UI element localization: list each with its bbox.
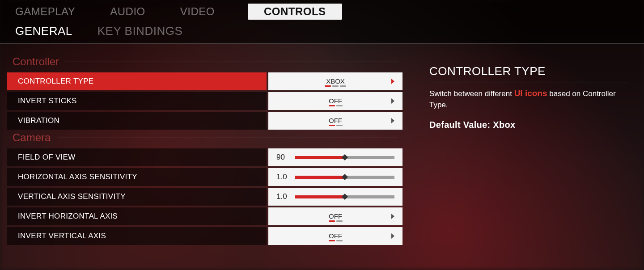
- detail-panel: CONTROLLER TYPE Switch between different…: [402, 55, 644, 267]
- subtab-key-bindings[interactable]: KEY BINDINGS: [97, 24, 182, 38]
- slider-track[interactable]: [295, 195, 394, 198]
- tabs-secondary: GENERALKEY BINDINGS: [0, 20, 644, 44]
- section-title: Camera: [13, 131, 51, 144]
- slider-handle[interactable]: [342, 154, 348, 160]
- tab-controls[interactable]: CONTROLS: [248, 4, 342, 20]
- setting-row-h_sens[interactable]: HORIZONTAL AXIS SENSITIVITY1.0: [7, 168, 402, 186]
- setting-label: INVERT STICKS: [7, 92, 267, 110]
- setting-label: INVERT HORIZONTAL AXIS: [7, 207, 267, 225]
- setting-label: VIBRATION: [7, 112, 267, 130]
- enum-value: OFF: [329, 117, 342, 124]
- chevron-right-icon[interactable]: [391, 79, 394, 84]
- enum-value: OFF: [329, 97, 342, 105]
- setting-row-invert_v[interactable]: INVERT VERTICAL AXISOFF: [7, 227, 402, 245]
- detail-title: CONTROLLER TYPE: [429, 64, 628, 83]
- tab-audio[interactable]: AUDIO: [108, 4, 147, 20]
- slider-track[interactable]: [295, 176, 394, 179]
- slider-value: 1.0: [276, 192, 292, 201]
- enum-selector[interactable]: OFF: [268, 112, 402, 130]
- enum-selector[interactable]: OFF: [268, 92, 402, 110]
- detail-default-value: Default Value: Xbox: [429, 120, 628, 130]
- detail-desc-highlight: UI icons: [514, 89, 547, 98]
- tab-gameplay[interactable]: GAMEPLAY: [13, 4, 77, 20]
- section-divider: [65, 62, 398, 62]
- slider-fill: [295, 176, 345, 179]
- slider[interactable]: 1.0: [268, 168, 402, 186]
- detail-default-value-text: Xbox: [493, 120, 515, 130]
- enum-value: OFF: [329, 212, 342, 220]
- enum-value: XBOX: [326, 77, 345, 85]
- setting-row-vibration[interactable]: VIBRATIONOFF: [7, 112, 402, 130]
- setting-label: CONTROLLER TYPE: [7, 72, 267, 90]
- chevron-right-icon[interactable]: [391, 118, 394, 123]
- slider-fill: [295, 195, 345, 198]
- setting-label: INVERT VERTICAL AXIS: [7, 227, 267, 245]
- subtab-general[interactable]: GENERAL: [15, 24, 72, 38]
- enum-indicator: [329, 125, 343, 126]
- slider-value: 90: [276, 153, 292, 162]
- slider-track[interactable]: [295, 156, 394, 159]
- section-title: Controller: [13, 55, 59, 68]
- enum-indicator: [329, 220, 343, 222]
- enum-selector[interactable]: OFF: [268, 207, 402, 225]
- slider-fill: [295, 156, 345, 159]
- settings-column: ControllerCONTROLLER TYPEXBOXINVERT STIC…: [0, 55, 402, 267]
- enum-indicator: [329, 105, 343, 106]
- tab-video[interactable]: VIDEO: [178, 4, 216, 20]
- chevron-right-icon[interactable]: [391, 214, 394, 219]
- chevron-right-icon[interactable]: [391, 98, 394, 104]
- setting-label: FIELD OF VIEW: [7, 148, 267, 166]
- detail-default-label: Default Value:: [429, 120, 493, 130]
- slider[interactable]: 90: [268, 148, 402, 166]
- enum-selector[interactable]: XBOX: [268, 72, 402, 90]
- section-header-controller: Controller: [7, 55, 402, 72]
- section-divider: [57, 138, 398, 138]
- setting-label: VERTICAL AXIS SENSITIVITY: [7, 188, 267, 206]
- slider-value: 1.0: [276, 173, 292, 181]
- setting-label: HORIZONTAL AXIS SENSITIVITY: [7, 168, 267, 186]
- setting-row-invert_sticks[interactable]: INVERT STICKSOFF: [7, 92, 402, 110]
- setting-row-fov[interactable]: FIELD OF VIEW90: [7, 148, 402, 166]
- enum-indicator: [325, 85, 346, 87]
- setting-row-controller_type[interactable]: CONTROLLER TYPEXBOX: [7, 72, 402, 90]
- setting-row-v_sens[interactable]: VERTICAL AXIS SENSITIVITY1.0: [7, 188, 402, 206]
- slider-handle[interactable]: [342, 194, 348, 200]
- slider[interactable]: 1.0: [268, 188, 402, 206]
- detail-desc-prefix: Switch between different: [429, 89, 514, 98]
- chevron-right-icon[interactable]: [391, 233, 394, 239]
- slider-handle[interactable]: [342, 174, 348, 180]
- detail-description: Switch between different UI icons based …: [429, 88, 628, 110]
- setting-row-invert_h[interactable]: INVERT HORIZONTAL AXISOFF: [7, 207, 402, 225]
- enum-indicator: [329, 240, 343, 241]
- section-header-camera: Camera: [7, 131, 402, 148]
- tabs-primary: GAMEPLAYAUDIOVIDEOCONTROLS: [0, 0, 644, 20]
- enum-value: OFF: [329, 232, 342, 240]
- enum-selector[interactable]: OFF: [268, 227, 402, 245]
